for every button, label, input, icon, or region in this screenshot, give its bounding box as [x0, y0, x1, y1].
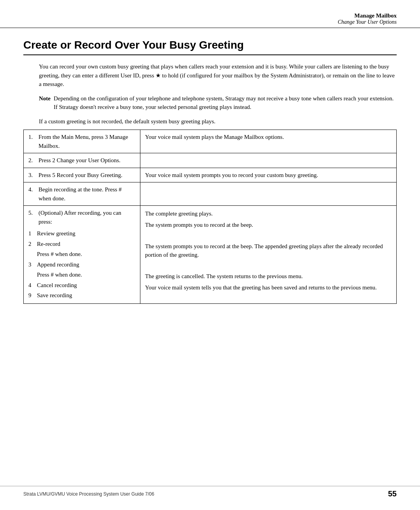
header-subtitle: Change Your User Options: [23, 19, 397, 25]
list-item: 4 Cancel recording: [28, 280, 135, 291]
footer-page-number: 55: [388, 489, 397, 498]
header-title: Manage Mailbox: [354, 12, 397, 19]
sub-9-num: 9: [28, 290, 37, 301]
list-item: [145, 230, 392, 241]
sub-step-table: 1 Review greeting 2 Re-record Press # wh…: [28, 228, 135, 301]
sub-2-result: The system prompts you to record at the …: [145, 220, 392, 230]
sub-4-label: Cancel recording: [37, 280, 135, 291]
step-5-text: (Optional) After recording, you can pres…: [38, 209, 135, 226]
list-item: [145, 260, 392, 272]
step-3-result: Your voice mail system prompts you to re…: [140, 168, 397, 182]
sub-3-result-spacer: [145, 260, 392, 272]
note-block: Note Depending on the configuration of y…: [39, 94, 397, 112]
list-item: 2 Re-record: [28, 239, 135, 249]
step-4-result: [140, 182, 397, 206]
step-4-col: 4. Begin recording at the tone. Press # …: [24, 182, 140, 206]
sub-3-result: The system prompts you to record at the …: [145, 241, 392, 260]
step-4-text: Begin recording at the tone. Press # whe…: [38, 185, 135, 203]
sub-3-num: 3: [28, 259, 37, 270]
list-item: The complete greeting plays.: [145, 209, 392, 220]
step-2-col: 2. Press 2 Change your User Options.: [24, 153, 140, 168]
step-4-num: 4.: [28, 185, 37, 203]
step-5-col: 5. (Optional) After recording, you can p…: [24, 206, 140, 304]
step-1-result: Your voice mail system plays the Manage …: [140, 130, 397, 153]
step-1-text: From the Main Menu, press 3 Manage Mailb…: [38, 133, 135, 150]
table-row: 3. Press 5 Record your Busy Greeting. Yo…: [24, 168, 397, 182]
page-title: Create or Record Over Your Busy Greeting: [23, 39, 397, 55]
sub-3-label: Append recording: [37, 259, 135, 270]
page-header: Manage Mailbox Change Your User Options: [0, 0, 420, 28]
main-content: Create or Record Over Your Busy Greeting…: [0, 30, 420, 304]
sub-2-result-spacer: [145, 230, 392, 241]
sub-1-num: 1: [28, 228, 37, 239]
sub-9-result: Your voice mail system tells you that th…: [145, 282, 392, 293]
list-item: Your voice mail system tells you that th…: [145, 282, 392, 293]
list-item: 3 Append recording: [28, 259, 135, 270]
list-item: The greeting is cancelled. The system re…: [145, 271, 392, 282]
step-5-results: The complete greeting plays. The system …: [140, 206, 397, 304]
sub-result-table: The complete greeting plays. The system …: [145, 209, 392, 293]
separator-text: If a custom greeting is not recorded, th…: [39, 117, 397, 126]
table-row: 1. From the Main Menu, press 3 Manage Ma…: [24, 130, 397, 153]
sub-4-result: The greeting is cancelled. The system re…: [145, 271, 392, 282]
step-2-num: 2.: [28, 156, 37, 165]
sub-9-label: Save recording: [37, 290, 135, 301]
list-item: Press # when done.: [28, 270, 135, 280]
list-item: 9 Save recording: [28, 290, 135, 301]
sub-4-num: 4: [28, 280, 37, 291]
step-2-text: Press 2 Change your User Options.: [38, 156, 121, 165]
sub-2-press-when-done: Press # when done.: [37, 249, 135, 259]
table-row: 2. Press 2 Change your User Options.: [24, 153, 397, 168]
step-5-num: 5.: [28, 209, 37, 226]
intro-paragraph: You can record your own custom busy gree…: [39, 62, 397, 89]
sub-1-label: Review greeting: [37, 228, 135, 239]
step-1-num: 1.: [28, 133, 37, 150]
step-3-col: 3. Press 5 Record your Busy Greeting.: [24, 168, 140, 182]
step-1-col: 1. From the Main Menu, press 3 Manage Ma…: [24, 130, 140, 153]
step-3-num: 3.: [28, 171, 37, 180]
sub-2-num: 2: [28, 239, 37, 249]
list-item: 1 Review greeting: [28, 228, 135, 239]
list-item: The system prompts you to record at the …: [145, 220, 392, 230]
footer-left: Strata LVMU/GVMU Voice Processing System…: [23, 491, 154, 497]
page-container: Manage Mailbox Change Your User Options …: [0, 0, 420, 510]
note-text: Depending on the configuration of your t…: [54, 94, 397, 112]
step-3-text: Press 5 Record your Busy Greeting.: [38, 171, 122, 180]
procedure-table: 1. From the Main Menu, press 3 Manage Ma…: [23, 130, 397, 304]
step-2-result: [140, 153, 397, 168]
table-row: 4. Begin recording at the tone. Press # …: [24, 182, 397, 206]
page-footer: Strata LVMU/GVMU Voice Processing System…: [0, 486, 420, 498]
sub-2-label: Re-record: [37, 239, 135, 249]
note-label: Note: [39, 94, 51, 112]
table-row: 5. (Optional) After recording, you can p…: [24, 206, 397, 304]
sub-3-press-when-done: Press # when done.: [37, 270, 135, 280]
sub-1-result: The complete greeting plays.: [145, 209, 392, 220]
list-item: The system prompts you to record at the …: [145, 241, 392, 260]
list-item: Press # when done.: [28, 249, 135, 259]
